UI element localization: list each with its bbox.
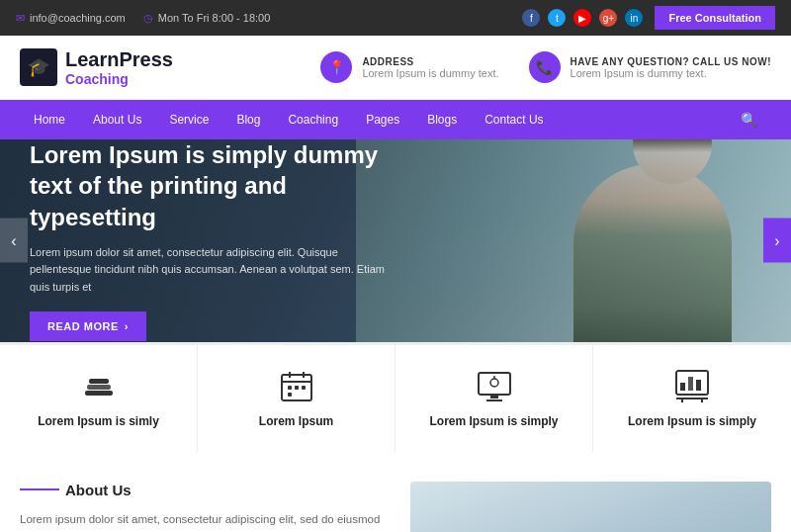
phone-value: Lorem Ipsum is dummy text. — [571, 67, 771, 79]
linkedin-icon[interactable]: in — [625, 9, 643, 27]
chevron-left-icon: ‹ — [11, 231, 16, 249]
nav-home[interactable]: Home — [20, 101, 79, 138]
nav-blog[interactable]: Blog — [222, 101, 274, 138]
about-text: Lorem ipsum dolor sit amet, consectetur … — [20, 510, 381, 532]
phone-icon: 📞 — [529, 51, 561, 83]
about-image — [410, 482, 771, 532]
arrow-right-icon: › — [125, 320, 129, 332]
hero-prev-button[interactable]: ‹ — [0, 219, 28, 263]
nav-about[interactable]: About Us — [79, 101, 155, 138]
top-bar-left: ✉ info@coaching.com ◷ Mon To Fri 8:00 - … — [16, 12, 270, 25]
hero-content: Lorem Ipsum is simply dummy text of the … — [0, 139, 415, 342]
social-links: f t ▶ g+ in — [522, 9, 643, 27]
features-section: Lorem Ipsum is simly Lorem Ipsum — [0, 342, 791, 452]
svg-rect-18 — [688, 377, 693, 391]
hero-section: ‹ Lorem Ipsum is simply dummy text of th… — [0, 139, 791, 342]
address-info: ADDRESS Lorem Ipsum is dummy text. — [362, 56, 498, 79]
chart-icon — [609, 369, 775, 404]
logo-title: LearnPress — [65, 47, 173, 71]
feature-item-4: Lorem Ipsum is simply — [593, 345, 791, 452]
about-section: About Us Lorem ipsum dolor sit amet, con… — [0, 452, 791, 532]
email-info: ✉ info@coaching.com — [16, 12, 126, 25]
phone-contact: 📞 Have Any Question? Call Us Now! Lorem … — [529, 51, 771, 83]
svg-rect-7 — [288, 386, 292, 390]
about-left: About Us Lorem ipsum dolor sit amet, con… — [20, 482, 381, 532]
googleplus-icon[interactable]: g+ — [599, 9, 617, 27]
address-contact: 📍 ADDRESS Lorem Ipsum is dummy text. — [320, 51, 498, 83]
svg-rect-19 — [696, 380, 701, 391]
clock-icon: ◷ — [143, 12, 153, 25]
svg-rect-17 — [680, 383, 685, 391]
svg-rect-1 — [87, 385, 111, 390]
feature-title-1: Lorem Ipsum is simly — [16, 414, 181, 428]
svg-rect-12 — [490, 395, 498, 399]
nav-service[interactable]: Service — [155, 101, 222, 138]
logo-text: LearnPress Coaching — [65, 47, 173, 88]
free-consultation-button[interactable]: Free Consultation — [655, 6, 775, 30]
books-icon — [16, 369, 181, 404]
svg-rect-9 — [302, 386, 306, 390]
svg-rect-2 — [89, 379, 109, 384]
logo-subtitle: Coaching — [65, 71, 173, 88]
youtube-icon[interactable]: ▶ — [573, 9, 591, 27]
site-header: 🎓 LearnPress Coaching 📍 ADDRESS Lorem Ip… — [0, 36, 791, 100]
about-image-inner — [410, 482, 771, 532]
feature-item-2: Lorem Ipsum — [198, 345, 396, 452]
svg-rect-8 — [295, 386, 299, 390]
hours-text: Mon To Fri 8:00 - 18:00 — [158, 12, 271, 24]
about-heading-group: About Us — [20, 482, 381, 498]
logo[interactable]: 🎓 LearnPress Coaching — [20, 47, 173, 88]
email-icon: ✉ — [16, 12, 25, 25]
hero-next-button[interactable]: › — [763, 219, 791, 263]
logo-icon: 🎓 — [20, 48, 57, 86]
feature-title-2: Lorem Ipsum — [214, 414, 379, 428]
calendar-icon — [214, 369, 379, 404]
about-divider-line — [20, 488, 59, 490]
search-icon[interactable]: 🔍 — [727, 100, 771, 139]
feature-item-3: Lorem Ipsum is simply — [396, 345, 593, 452]
twitter-icon[interactable]: t — [548, 9, 566, 27]
hero-description: Lorem ipsum dolor sit amet, consectetur … — [30, 244, 386, 297]
chevron-right-icon: › — [774, 231, 779, 249]
nav-coaching[interactable]: Coaching — [274, 101, 352, 138]
feature-item-1: Lorem Ipsum is simly — [0, 345, 198, 452]
address-value: Lorem Ipsum is dummy text. — [362, 67, 498, 79]
monitor-icon — [411, 369, 576, 404]
address-label: ADDRESS — [362, 56, 498, 67]
top-bar-right: f t ▶ g+ in Free Consultation — [522, 6, 775, 30]
facebook-icon[interactable]: f — [522, 9, 540, 27]
location-icon: 📍 — [320, 51, 352, 83]
feature-title-3: Lorem Ipsum is simply — [411, 414, 576, 428]
hero-read-more-button[interactable]: READ MORE › — [30, 311, 146, 341]
email-text: info@coaching.com — [30, 12, 126, 24]
header-contact: 📍 ADDRESS Lorem Ipsum is dummy text. 📞 H… — [320, 51, 771, 83]
svg-rect-0 — [85, 391, 113, 396]
read-more-label: READ MORE — [47, 320, 119, 332]
feature-title-4: Lorem Ipsum is simply — [609, 414, 775, 428]
nav-pages[interactable]: Pages — [352, 101, 413, 138]
phone-label: Have Any Question? Call Us Now! — [571, 56, 771, 67]
svg-point-14 — [490, 379, 498, 387]
top-bar: ✉ info@coaching.com ◷ Mon To Fri 8:00 - … — [0, 0, 791, 36]
hero-title: Lorem Ipsum is simply dummy text of the … — [30, 139, 386, 232]
about-heading: About Us — [65, 482, 132, 498]
nav-contact[interactable]: Contact Us — [471, 101, 557, 138]
phone-info: Have Any Question? Call Us Now! Lorem Ip… — [571, 56, 771, 79]
main-nav: Home About Us Service Blog Coaching Page… — [0, 100, 791, 139]
svg-rect-10 — [288, 393, 292, 397]
hours-info: ◷ Mon To Fri 8:00 - 18:00 — [143, 12, 271, 25]
nav-blogs[interactable]: Blogs — [413, 101, 471, 138]
